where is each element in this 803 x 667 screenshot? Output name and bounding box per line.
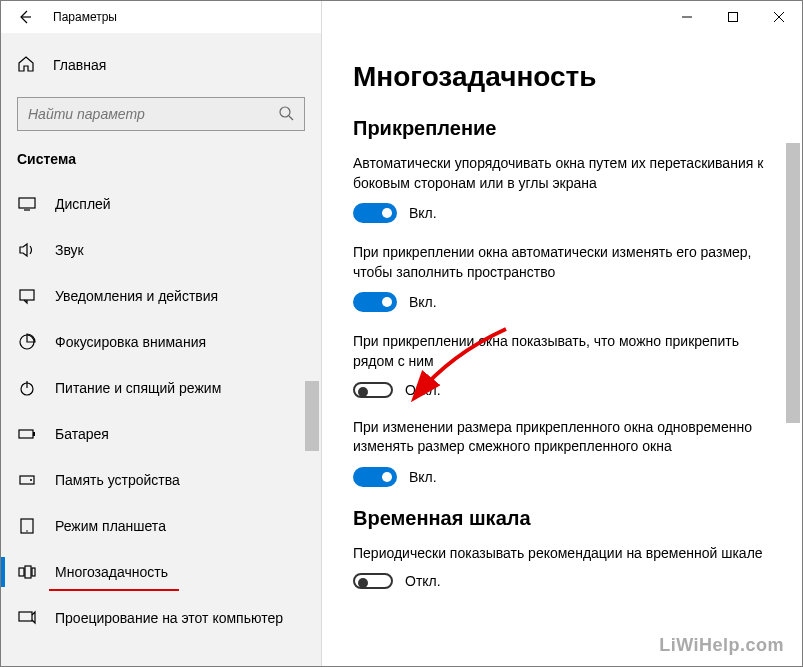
setting-desc: Автоматически упорядочивать окна путем и… <box>353 154 770 193</box>
sidebar-item-label: Дисплей <box>55 196 111 212</box>
sidebar-scrollbar-thumb[interactable] <box>305 381 319 451</box>
minimize-button[interactable] <box>664 1 710 33</box>
sidebar-item-label: Проецирование на этот компьютер <box>55 610 283 626</box>
storage-icon <box>17 470 37 490</box>
setting-timeline-suggestions: Периодически показывать рекомендации на … <box>353 544 770 590</box>
svg-rect-2 <box>19 198 35 208</box>
setting-snap-adjacent: При изменении размера прикрепленного окн… <box>353 418 770 487</box>
sidebar-item-project[interactable]: Проецирование на этот компьютер <box>1 595 321 641</box>
multitask-icon <box>17 562 37 582</box>
sidebar-home-label: Главная <box>53 57 106 73</box>
toggle-state-label: Вкл. <box>409 469 437 485</box>
toggle-snap-adjacent[interactable] <box>353 467 397 487</box>
minimize-icon <box>682 12 692 22</box>
setting-snap-arrange: Автоматически упорядочивать окна путем и… <box>353 154 770 223</box>
toggle-state-label: Вкл. <box>409 205 437 221</box>
sidebar-item-display[interactable]: Дисплей <box>1 181 321 227</box>
sidebar-item-notifications[interactable]: Уведомления и действия <box>1 273 321 319</box>
project-icon <box>17 608 37 628</box>
sidebar-item-label: Многозадачность <box>55 564 168 580</box>
svg-point-11 <box>26 530 28 532</box>
battery-icon <box>17 424 37 444</box>
setting-desc: При прикреплении окна автоматически изме… <box>353 243 770 282</box>
sidebar-item-tablet[interactable]: Режим планшета <box>1 503 321 549</box>
svg-rect-12 <box>19 568 24 576</box>
sidebar-item-label: Питание и спящий режим <box>55 380 221 396</box>
toggle-state-label: Откл. <box>405 382 441 398</box>
setting-desc: Периодически показывать рекомендации на … <box>353 544 770 564</box>
setting-desc: При прикреплении окна показывать, что мо… <box>353 332 770 371</box>
notifications-icon <box>17 286 37 306</box>
sidebar-item-focus[interactable]: Фокусировка внимания <box>1 319 321 365</box>
close-button[interactable] <box>756 1 802 33</box>
maximize-button[interactable] <box>710 1 756 33</box>
sidebar-item-sound[interactable]: Звук <box>1 227 321 273</box>
setting-snap-resize: При прикреплении окна автоматически изме… <box>353 243 770 312</box>
power-icon <box>17 378 37 398</box>
maximize-icon <box>728 12 738 22</box>
toggle-timeline-suggestions[interactable] <box>353 573 393 589</box>
toggle-state-label: Откл. <box>405 573 441 589</box>
titlebar: Параметры <box>1 1 802 33</box>
sidebar-item-label: Память устройства <box>55 472 180 488</box>
sidebar-nav: Дисплей Звук Уведомления и действия Фоку… <box>1 181 321 641</box>
svg-point-9 <box>30 479 32 481</box>
main-scrollbar-thumb[interactable] <box>786 143 800 423</box>
sidebar-item-label: Фокусировка внимания <box>55 334 206 350</box>
window-title: Параметры <box>49 10 664 24</box>
home-icon <box>17 55 35 76</box>
focus-icon <box>17 332 37 352</box>
svg-rect-3 <box>20 290 34 300</box>
search-input[interactable] <box>28 106 278 122</box>
main-scrollbar[interactable] <box>786 143 800 658</box>
svg-rect-6 <box>19 430 33 438</box>
section-title-timeline: Временная шкала <box>353 507 770 530</box>
svg-rect-13 <box>25 566 31 578</box>
search-input-wrap[interactable] <box>17 97 305 131</box>
sidebar-item-multitask[interactable]: Многозадачность <box>1 549 321 595</box>
sidebar-category: Система <box>1 151 321 181</box>
close-icon <box>774 12 784 22</box>
sidebar: Главная Система Дисплей Звук Уведом <box>1 33 321 666</box>
svg-rect-14 <box>32 568 35 576</box>
sound-icon <box>17 240 37 260</box>
display-icon <box>17 194 37 214</box>
sidebar-scrollbar[interactable] <box>305 381 319 667</box>
sidebar-item-storage[interactable]: Память устройства <box>1 457 321 503</box>
sidebar-item-battery[interactable]: Батарея <box>1 411 321 457</box>
page-title: Многозадачность <box>353 61 770 93</box>
sidebar-home[interactable]: Главная <box>1 45 321 85</box>
sidebar-item-label: Батарея <box>55 426 109 442</box>
search-icon <box>278 105 294 124</box>
toggle-snap-resize[interactable] <box>353 292 397 312</box>
sidebar-item-label: Звук <box>55 242 84 258</box>
svg-point-1 <box>280 107 290 117</box>
toggle-state-label: Вкл. <box>409 294 437 310</box>
watermark: LiWiHelp.com <box>659 635 784 656</box>
section-title-snap: Прикрепление <box>353 117 770 140</box>
setting-desc: При изменении размера прикрепленного окн… <box>353 418 770 457</box>
window-controls <box>664 1 802 33</box>
back-button[interactable] <box>1 1 49 33</box>
sidebar-item-label: Уведомления и действия <box>55 288 218 304</box>
svg-rect-7 <box>33 432 35 436</box>
arrow-left-icon <box>17 9 33 25</box>
sidebar-item-power[interactable]: Питание и спящий режим <box>1 365 321 411</box>
sidebar-item-label: Режим планшета <box>55 518 166 534</box>
annotation-underline <box>49 589 179 591</box>
tablet-icon <box>17 516 37 536</box>
setting-snap-assist: При прикреплении окна показывать, что мо… <box>353 332 770 397</box>
toggle-snap-arrange[interactable] <box>353 203 397 223</box>
svg-rect-0 <box>729 13 738 22</box>
svg-rect-15 <box>19 612 32 621</box>
main-content: Многозадачность Прикрепление Автоматичес… <box>321 33 802 666</box>
toggle-snap-assist[interactable] <box>353 382 393 398</box>
